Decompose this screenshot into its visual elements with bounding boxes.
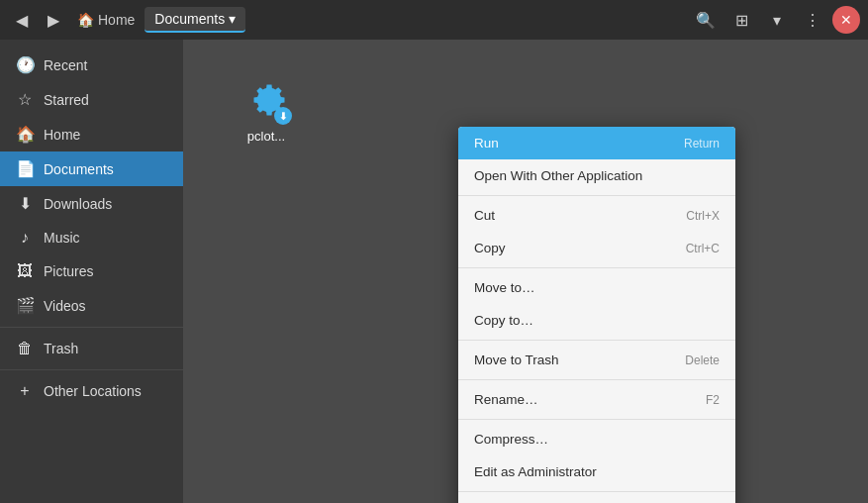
context-menu-divider-6 [458,491,735,492]
context-menu-item-compress[interactable]: Compress… [458,423,735,455]
sidebar-label-other-locations: Other Locations [44,383,142,399]
context-menu-label-open-with: Open With Other Application [474,168,642,183]
context-menu-label-copy-to: Copy to… [474,313,533,328]
main-area: 🕐 Recent ☆ Starred 🏠 Home 📄 Documents ⬇ … [0,40,868,503]
sidebar-item-documents[interactable]: 📄 Documents [0,151,183,186]
context-menu-item-cut[interactable]: Cut Ctrl+X [458,199,735,232]
file-browser-content[interactable]: ⬇ pclot... Run Return Open With Other Ap… [183,40,868,503]
view-toggle-button[interactable]: ⊞ [725,4,757,36]
titlebar: ◀ ▶ 🏠 Home Documents ▾ 🔍 ⊞ ▾ ⋮ ✕ [0,0,868,40]
context-menu-divider-1 [458,195,735,196]
context-menu-shortcut-move-trash: Delete [685,353,720,367]
sort-button[interactable]: ▾ [761,4,793,36]
context-menu: Run Return Open With Other Application C… [458,127,735,503]
sidebar-label-documents: Documents [44,161,114,177]
context-menu-shortcut-run: Return [684,137,720,151]
context-menu-label-compress: Compress… [474,432,548,447]
forward-button[interactable]: ▶ [40,6,67,34]
sidebar-label-starred: Starred [44,92,89,108]
sidebar-item-downloads[interactable]: ⬇ Downloads [0,186,183,221]
sidebar-divider [0,327,183,328]
context-menu-label-cut: Cut [474,208,495,223]
documents-breadcrumb[interactable]: Documents ▾ [145,7,245,33]
sidebar-item-music[interactable]: ♪ Music [0,221,183,254]
context-menu-label-move-to: Move to… [474,280,535,295]
sidebar-label-music: Music [44,230,80,246]
home-icon: 🏠 [77,12,94,28]
downloads-icon: ⬇ [16,194,34,213]
starred-icon: ☆ [16,90,34,109]
context-menu-item-rename[interactable]: Rename… F2 [458,383,735,416]
sidebar-label-downloads: Downloads [44,196,112,212]
context-menu-shortcut-rename: F2 [706,393,720,407]
sidebar-item-recent[interactable]: 🕐 Recent [0,48,183,82]
home-nav-icon: 🏠 [16,125,34,144]
context-menu-label-copy: Copy [474,241,506,255]
other-locations-icon: + [16,382,34,400]
sidebar-item-starred[interactable]: ☆ Starred [0,82,183,117]
sidebar-item-trash[interactable]: 🗑 Trash [0,332,183,365]
home-breadcrumb[interactable]: 🏠 Home [71,6,141,34]
context-menu-shortcut-cut: Ctrl+X [686,209,720,223]
download-badge-icon: ⬇ [279,111,287,122]
close-button[interactable]: ✕ [832,6,860,34]
sidebar-label-pictures: Pictures [44,263,94,279]
file-icon-wrapper: ⬇ [242,75,290,123]
sidebar-item-other-locations[interactable]: + Other Locations [0,374,183,408]
pictures-icon: 🖼 [16,262,34,280]
context-menu-divider-2 [458,267,735,268]
context-menu-divider-4 [458,379,735,380]
context-menu-item-star[interactable]: Star [458,495,735,503]
sidebar-divider-2 [0,369,183,370]
context-menu-label-move-trash: Move to Trash [474,352,559,367]
breadcrumb-label: Documents [154,11,225,27]
context-menu-item-edit-admin[interactable]: Edit as Administrator [458,455,735,488]
context-menu-label-edit-admin: Edit as Administrator [474,464,597,479]
context-menu-label-run: Run [474,136,499,151]
sidebar: 🕐 Recent ☆ Starred 🏠 Home 📄 Documents ⬇ … [0,40,183,503]
file-item-pcloud[interactable]: ⬇ pclot... [227,59,306,159]
breadcrumb-arrow-icon: ▾ [229,11,236,27]
context-menu-item-copy[interactable]: Copy Ctrl+C [458,232,735,264]
sidebar-item-home[interactable]: 🏠 Home [0,117,183,151]
context-menu-item-move-to[interactable]: Move to… [458,271,735,304]
sidebar-label-home: Home [44,127,80,143]
context-menu-item-copy-to[interactable]: Copy to… [458,304,735,337]
sidebar-label-recent: Recent [44,57,87,73]
documents-icon: 📄 [16,159,34,178]
back-button[interactable]: ◀ [8,6,36,34]
sidebar-label-trash: Trash [44,341,78,356]
sidebar-label-videos: Videos [44,298,86,314]
sidebar-item-videos[interactable]: 🎬 Videos [0,288,183,323]
context-menu-item-open-with[interactable]: Open With Other Application [458,159,735,192]
music-icon: ♪ [16,229,34,247]
context-menu-divider-3 [458,340,735,341]
home-label: Home [98,12,135,28]
download-badge: ⬇ [274,107,292,125]
context-menu-item-run[interactable]: Run Return [458,127,735,159]
context-menu-label-rename: Rename… [474,392,538,407]
sidebar-item-pictures[interactable]: 🖼 Pictures [0,254,183,288]
recent-icon: 🕐 [16,55,34,74]
videos-icon: 🎬 [16,296,34,315]
trash-icon: 🗑 [16,340,34,357]
file-label: pclot... [247,129,285,144]
menu-button[interactable]: ⋮ [797,4,828,36]
search-button[interactable]: 🔍 [690,4,722,36]
context-menu-item-move-trash[interactable]: Move to Trash Delete [458,344,735,376]
context-menu-divider-5 [458,419,735,420]
context-menu-shortcut-copy: Ctrl+C [686,242,720,255]
